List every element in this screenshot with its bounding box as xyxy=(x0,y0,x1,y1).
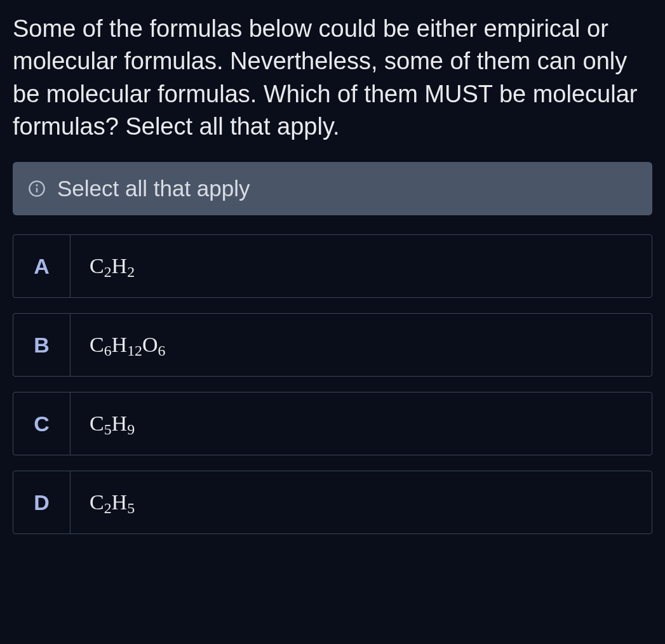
svg-point-2 xyxy=(36,185,37,185)
chemical-formula: C6H12O6 xyxy=(90,333,165,357)
question-text: Some of the formulas below could be eith… xyxy=(13,13,652,143)
option-content: C2H5 xyxy=(71,471,652,533)
info-banner: Select all that apply xyxy=(13,162,652,215)
option-c[interactable]: CC5H9 xyxy=(13,392,652,455)
option-letter: A xyxy=(13,235,71,297)
option-d[interactable]: DC2H5 xyxy=(13,471,652,534)
info-banner-text: Select all that apply xyxy=(57,176,250,201)
options-container: AC2H2BC6H12O6CC5H9DC2H5 xyxy=(13,234,652,534)
option-b[interactable]: BC6H12O6 xyxy=(13,313,652,377)
chemical-formula: C2H5 xyxy=(90,490,135,514)
option-letter: C xyxy=(13,392,71,455)
chemical-formula: C5H9 xyxy=(90,412,135,436)
chemical-formula: C2H2 xyxy=(90,254,135,278)
option-content: C6H12O6 xyxy=(71,314,652,376)
option-letter: B xyxy=(13,314,71,376)
option-a[interactable]: AC2H2 xyxy=(13,234,652,298)
info-icon xyxy=(28,180,46,198)
option-content: C2H2 xyxy=(71,235,652,297)
option-letter: D xyxy=(13,471,71,533)
option-content: C5H9 xyxy=(71,392,652,455)
